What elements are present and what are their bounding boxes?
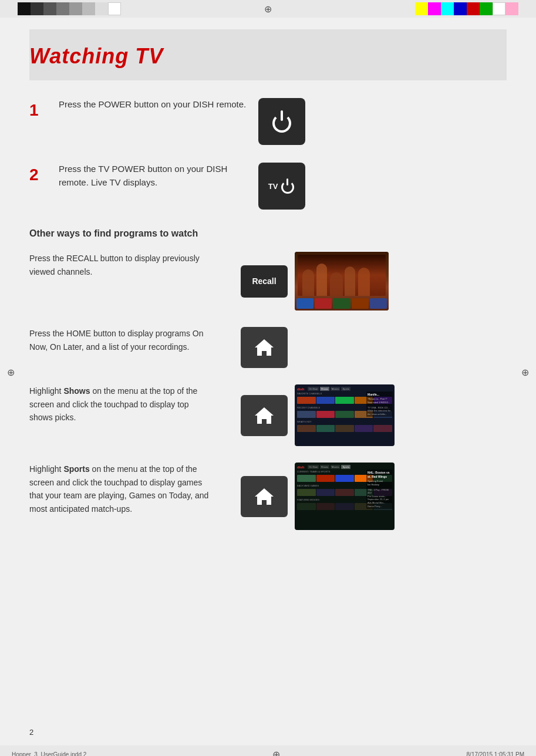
dish-sports-thumb bbox=[335, 503, 354, 510]
power-button-icon bbox=[258, 98, 305, 145]
dish-thumb-item bbox=[297, 425, 316, 432]
dish-thumb-item bbox=[355, 425, 373, 432]
house-icon bbox=[254, 337, 275, 358]
tv-label: TV bbox=[268, 182, 278, 191]
dish-thumb-item bbox=[316, 397, 335, 404]
dish-thumb-item bbox=[297, 411, 316, 418]
home-text: Press the HOME button to display program… bbox=[29, 327, 211, 353]
dish-thumb-item bbox=[335, 425, 354, 432]
recall-button-icon: Recall bbox=[241, 265, 288, 298]
dish-sports-thumb bbox=[335, 489, 354, 496]
dish-thumb-item bbox=[316, 411, 335, 418]
color-block bbox=[415, 2, 428, 15]
page-title: Watching TV bbox=[29, 44, 507, 69]
power-symbol bbox=[271, 110, 293, 133]
tv-power-icon bbox=[280, 178, 295, 194]
house-icon-2 bbox=[254, 405, 275, 426]
color-block bbox=[428, 2, 441, 15]
shows-screen-thumbnail: dish On Now Shows Movies Sports FAVORITE… bbox=[295, 384, 395, 446]
step-1-icon-area bbox=[258, 98, 305, 145]
color-block bbox=[108, 2, 121, 15]
registration-mark-left: ⊕ bbox=[7, 367, 15, 378]
step-1-row: 1 Press the POWER button on your DISH re… bbox=[29, 98, 507, 145]
bottom-bar: Hopper_3_UserGuide.indd 2 ⊕ 8/17/2015 1:… bbox=[0, 745, 536, 756]
dish-sports-thumb bbox=[335, 475, 354, 482]
tv-power-symbol: TV bbox=[268, 178, 296, 194]
color-block bbox=[95, 2, 108, 15]
power-circle bbox=[272, 114, 291, 133]
dish-sports-tab-shows: Shows bbox=[320, 465, 329, 469]
dish-sports-nav: On Now Shows Movies Sports bbox=[308, 465, 350, 469]
color-block bbox=[480, 2, 493, 15]
home-icons-1 bbox=[241, 327, 288, 368]
dish-sports-tab-movies: Movies bbox=[331, 465, 341, 469]
other-ways-section: Other ways to find programs to watch Pre… bbox=[29, 227, 507, 530]
top-registration-bar: ⊕ bbox=[0, 0, 536, 18]
color-block bbox=[43, 2, 56, 15]
home-button-icon-1 bbox=[241, 327, 288, 368]
color-block bbox=[505, 2, 518, 15]
dish-sports-thumb bbox=[297, 503, 316, 510]
sports-bold: Sports bbox=[63, 464, 89, 474]
recall-button-label: Recall bbox=[252, 276, 276, 286]
sports-text: Highlight Sports on the menu at the top … bbox=[29, 463, 211, 515]
dish-thumb-item bbox=[335, 397, 354, 404]
color-block bbox=[69, 2, 82, 15]
dish-nav: On Now Shows Movies Sports bbox=[308, 387, 350, 391]
step-1-text: Press the POWER button on your DISH remo… bbox=[59, 98, 247, 112]
dish-sports-right-panel: NHL: Boston vsst. Red Wings Sporting Eve… bbox=[366, 470, 393, 509]
dish-sports-panel-info: Sporting EventIce Hockey bbox=[368, 480, 392, 486]
dish-sports-tab-on-now: On Now bbox=[308, 465, 318, 469]
dish-tab-shows: Shows bbox=[320, 387, 329, 391]
dish-sports-thumb bbox=[316, 475, 335, 482]
shows-text: Highlight Shows on the menu at the top o… bbox=[29, 384, 211, 424]
dish-tab-sports: Sports bbox=[341, 387, 350, 391]
dish-row-label-3: WHAT'S HOT bbox=[297, 420, 392, 423]
shows-bold: Shows bbox=[63, 386, 90, 396]
restaurant-scene bbox=[295, 252, 389, 310]
dish-thumb-row-3 bbox=[297, 425, 392, 432]
dish-right-panel: Manife... "Return to…Part 7"Now rated 1/… bbox=[366, 392, 393, 417]
sports-icons: dish On Now Shows Movies Sports CURRENT:… bbox=[241, 463, 395, 530]
dish-panel-info: TY USA - RICK CO...While the interview f… bbox=[368, 406, 392, 416]
color-block bbox=[493, 2, 505, 15]
dish-sports-thumb bbox=[316, 489, 335, 496]
left-color-blocks bbox=[18, 2, 121, 15]
dish-thumb-item bbox=[373, 425, 392, 432]
dish-panel-desc: "Return to…Part 7"Now rated 1/9/2012... bbox=[368, 397, 392, 404]
dish-tab-movies: Movies bbox=[331, 387, 341, 391]
dish-sports-thumb bbox=[297, 489, 316, 496]
color-block bbox=[441, 2, 454, 15]
shows-row: Highlight Shows on the menu at the top o… bbox=[29, 384, 507, 446]
dish-sports-panel-title: NHL: Boston vsst. Red Wings bbox=[368, 471, 392, 479]
step-1-number: 1 bbox=[29, 101, 47, 120]
recall-icons: Recall bbox=[241, 252, 389, 310]
sports-screen-thumbnail: dish On Now Shows Movies Sports CURRENT:… bbox=[295, 463, 395, 530]
dish-thumb-item bbox=[316, 425, 335, 432]
color-block bbox=[18, 2, 31, 15]
dish-thumb-item bbox=[335, 411, 354, 418]
other-ways-title: Other ways to find programs to watch bbox=[29, 227, 507, 240]
recall-text: Press the RECALL button to display previ… bbox=[29, 252, 211, 278]
home-row-1: Press the HOME button to display program… bbox=[29, 327, 507, 368]
registration-mark-right: ⊕ bbox=[521, 367, 529, 378]
dish-sports-logo: dish bbox=[297, 465, 304, 469]
tv-power-button-icon: TV bbox=[258, 163, 305, 210]
bottom-right-text: 8/17/2015 1:05:31 PM bbox=[467, 751, 524, 757]
main-content: ⊕ ⊕ Watching TV 1 Press the POWER button… bbox=[0, 18, 536, 745]
color-block bbox=[31, 2, 43, 15]
registration-mark-bottom: ⊕ bbox=[272, 749, 280, 757]
dish-thumb-item bbox=[297, 397, 316, 404]
bottom-left-text: Hopper_3_UserGuide.indd 2 bbox=[12, 751, 86, 757]
recall-row: Press the RECALL button to display previ… bbox=[29, 252, 507, 310]
home-button-icon-3 bbox=[241, 476, 288, 517]
color-block bbox=[82, 2, 95, 15]
dish-sports-tab-sports: Sports bbox=[341, 465, 350, 469]
step-2-text: Press the TV POWER button on your DISH r… bbox=[59, 163, 247, 189]
dish-logo: dish bbox=[297, 387, 304, 391]
color-block bbox=[56, 2, 69, 15]
home-button-icon-2 bbox=[241, 395, 288, 436]
tv-power-circle bbox=[281, 181, 294, 194]
step-2-row: 2 Press the TV POWER button on your DISH… bbox=[29, 163, 507, 210]
step-2-icon-area: TV bbox=[258, 163, 305, 210]
